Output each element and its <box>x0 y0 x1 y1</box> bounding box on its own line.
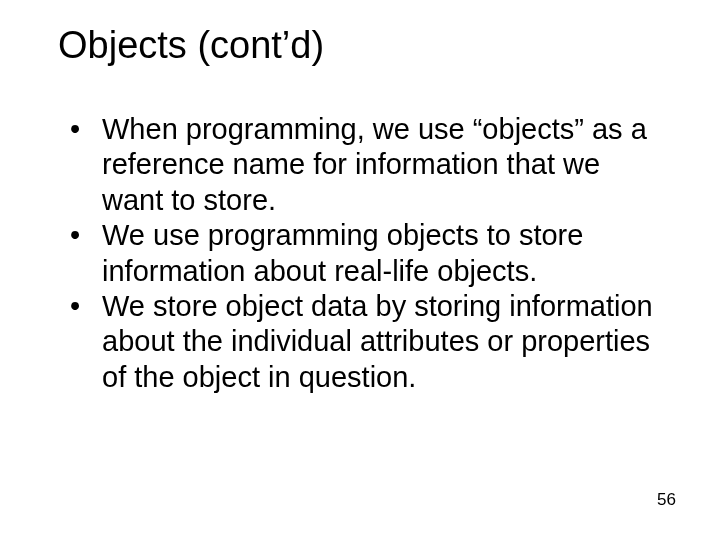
page-number: 56 <box>657 490 676 510</box>
bullet-item: We store object data by storing informat… <box>66 289 660 395</box>
slide-body: When programming, we use “objects” as a … <box>66 112 660 395</box>
slide-title: Objects (cont’d) <box>58 24 324 67</box>
bullet-item: When programming, we use “objects” as a … <box>66 112 660 218</box>
slide: Objects (cont’d) When programming, we us… <box>0 0 720 540</box>
bullet-list: When programming, we use “objects” as a … <box>66 112 660 395</box>
bullet-item: We use programming objects to store info… <box>66 218 660 289</box>
